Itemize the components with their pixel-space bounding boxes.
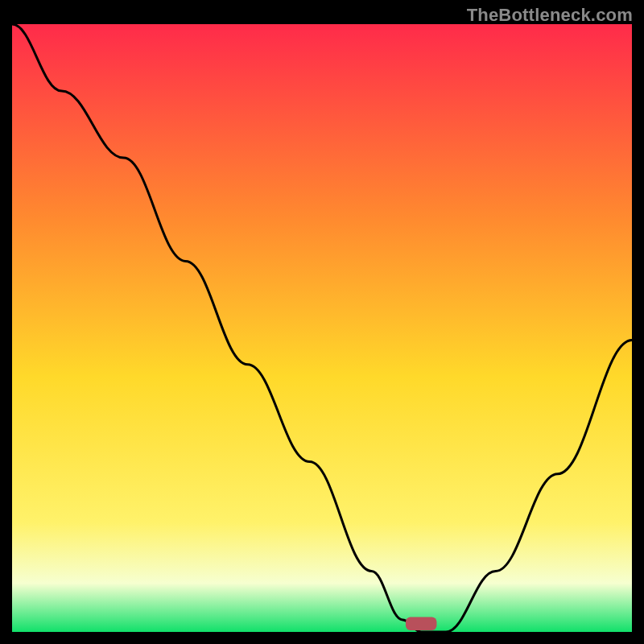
watermark-text: TheBottleneck.com (467, 5, 633, 26)
chart-svg (12, 24, 632, 632)
chart-background-gradient (12, 24, 632, 632)
optimal-marker (406, 617, 437, 630)
chart-frame (12, 24, 632, 632)
